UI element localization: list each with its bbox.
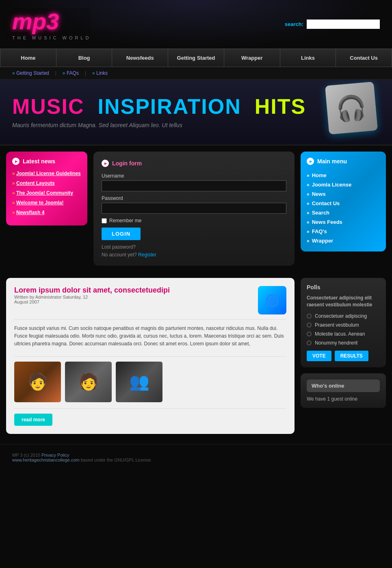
- password-input[interactable]: [102, 203, 286, 214]
- news-link-3[interactable]: The Joomla! Community: [16, 190, 73, 196]
- person-silhouette-2: 🧑: [65, 362, 112, 402]
- menu-item-news[interactable]: News: [307, 189, 380, 199]
- menu-item-home[interactable]: Home: [307, 171, 380, 180]
- article-divider-top: [14, 319, 286, 320]
- latest-news-title: Latest news: [12, 158, 81, 165]
- no-account-label: No account yet?: [102, 252, 137, 258]
- nav-item-newsfeeds[interactable]: Newsfeeds: [112, 49, 168, 67]
- banner-title-music: MUSIC: [12, 95, 84, 118]
- menu-item-contact-us[interactable]: Contact Us: [307, 199, 380, 208]
- article-header: Lorem ipsum dolor sit amet, consectetued…: [14, 286, 286, 314]
- breadcrumb-inner: Getting Started | FAQs | Links: [12, 70, 380, 76]
- whos-online-title: Who's online: [307, 379, 380, 392]
- remember-row: Remember me: [102, 218, 286, 223]
- poll-option-4: Nonummy hendrerit: [307, 340, 380, 346]
- header: mp3 THE MUSIC WORLD search:: [0, 0, 392, 49]
- username-label: Username: [102, 173, 286, 179]
- main-menu-label: Main menu: [317, 158, 347, 165]
- nav-item-links[interactable]: Links: [280, 49, 336, 67]
- nav-item-blog[interactable]: Blog: [56, 49, 113, 67]
- left-column: Latest news Joomla! License Guidelines C…: [6, 152, 87, 232]
- breadcrumb-sep-1: |: [55, 70, 56, 76]
- nav-link-wrapper[interactable]: Wrapper: [224, 49, 280, 67]
- footer-privacy-link[interactable]: Privacy Policy: [41, 453, 69, 457]
- headphones-icon: 🎧: [325, 82, 378, 134]
- whos-online-panel: Who's online We have 1 guest online: [301, 373, 386, 408]
- nav-link-home[interactable]: Home: [0, 49, 56, 67]
- username-input[interactable]: [102, 180, 286, 191]
- breadcrumb-item-getting-started[interactable]: Getting Started: [12, 70, 49, 76]
- register-link[interactable]: Register: [138, 252, 156, 258]
- menu-item-wrapper[interactable]: Wrapper: [307, 236, 380, 245]
- news-link-2[interactable]: Content Layouts: [16, 180, 55, 186]
- poll-radio-1[interactable]: [307, 314, 312, 319]
- poll-option-3: Molestie lacus. Aenean: [307, 331, 380, 337]
- poll-option-label-3: Molestie lacus. Aenean: [315, 331, 365, 337]
- menu-item-search[interactable]: Search: [307, 208, 380, 217]
- news-link-4[interactable]: Welcome to Joomla!: [16, 200, 63, 206]
- footer-copyright: MP 3 (c) 2010 Privacy Policy: [12, 453, 380, 457]
- whos-online-text: We have 1 guest online: [307, 396, 380, 402]
- menu-item-joomla-license[interactable]: Joomla License: [307, 180, 380, 189]
- nav-link-blog[interactable]: Blog: [56, 49, 112, 67]
- right-sidebar: Polls Consectetuer adipiscing elit raese…: [301, 278, 386, 414]
- remember-checkbox[interactable]: [102, 218, 107, 223]
- nav-item-home[interactable]: Home: [0, 49, 56, 67]
- nav-item-wrapper[interactable]: Wrapper: [224, 49, 280, 67]
- poll-option-1: Consectetuer adipiscing: [307, 313, 380, 319]
- three-col: Latest news Joomla! License Guidelines C…: [0, 145, 392, 278]
- menu-item-faqs[interactable]: FAQ's: [307, 227, 380, 236]
- read-more-button[interactable]: read more: [14, 414, 52, 426]
- article-divider-bottom: [14, 408, 286, 409]
- news-item-5: Newsflash 4: [12, 210, 81, 215]
- logo: mp3 THE MUSIC WORLD: [12, 8, 91, 40]
- article-polls-row: Lorem ipsum dolor sit amet, consectetued…: [0, 278, 392, 440]
- search-input[interactable]: [307, 20, 380, 29]
- breadcrumb-item-links[interactable]: Links: [92, 70, 108, 76]
- results-button[interactable]: RESULTS: [335, 351, 368, 361]
- latest-news-label: Latest news: [23, 158, 55, 165]
- breadcrumb-sep-2: |: [85, 70, 86, 76]
- poll-radio-3[interactable]: [307, 332, 312, 336]
- login-title-label: Login form: [112, 160, 142, 167]
- footer-joomla-url[interactable]: www.heritagechristiancollege.com: [12, 457, 80, 462]
- right-column: Main menu Home Joomla License News Conta…: [301, 152, 386, 258]
- nav-link-newsfeeds[interactable]: Newsfeeds: [112, 49, 168, 67]
- article-decorative-image: 🌀: [258, 286, 286, 314]
- nav-link-getting-started[interactable]: Getting Started: [168, 49, 224, 67]
- poll-radio-2[interactable]: [307, 323, 312, 327]
- login-button[interactable]: LOGIN: [102, 228, 141, 240]
- poll-option-label-2: Praesent vestibulum: [315, 322, 359, 328]
- news-link-1[interactable]: Joomla! License Guidelines: [16, 171, 81, 176]
- nav-link-contact[interactable]: Contact Us: [336, 49, 392, 67]
- article-title-link[interactable]: Lorem ipsum dolor sit amet, consectetued…: [14, 286, 170, 294]
- banner-subtitle: Mauris fermentum dictum Magna. Sed laore…: [12, 122, 380, 128]
- polls-question: Consectetuer adipiscing elit raesent ves…: [307, 295, 380, 308]
- menu-item-news-feeds[interactable]: News Feeds: [307, 217, 380, 227]
- news-link-5[interactable]: Newsflash 4: [16, 210, 44, 215]
- login-panel: Login form Username Password Remember me…: [93, 152, 295, 266]
- footer-joomla-text: based under the GNU/GPL License: [81, 457, 151, 462]
- poll-radio-4[interactable]: [307, 340, 312, 345]
- breadcrumb: Getting Started | FAQs | Links: [0, 67, 392, 80]
- banner-image: 🎧: [327, 84, 380, 137]
- news-item-4: Welcome to Joomla!: [12, 200, 81, 206]
- footer-joomla: www.heritagechristiancollege.com based u…: [12, 457, 380, 462]
- article-divider-mid: [14, 356, 286, 357]
- center-column: Login form Username Password Remember me…: [93, 152, 295, 272]
- footer-copyright-text: MP 3 (c) 2010: [12, 453, 40, 457]
- latest-news-panel: Latest news Joomla! License Guidelines C…: [6, 152, 87, 225]
- news-item-1: Joomla! License Guidelines: [12, 171, 81, 176]
- lost-password-link[interactable]: Lost password?: [102, 244, 286, 250]
- nav-link-links[interactable]: Links: [280, 49, 336, 67]
- nav-item-getting-started[interactable]: Getting Started: [168, 49, 224, 67]
- article-image-1: 🧑: [14, 362, 61, 402]
- nav-item-contact[interactable]: Contact Us: [336, 49, 392, 67]
- banner-title-inspiration: INSPIRATION: [97, 95, 241, 118]
- footer: MP 3 (c) 2010 Privacy Policy www.heritag…: [0, 444, 392, 470]
- logo-text: mp3: [12, 8, 91, 35]
- breadcrumb-item-faqs[interactable]: FAQs: [63, 70, 79, 76]
- person-silhouette-3: 👥: [116, 362, 162, 402]
- vote-button[interactable]: VOTE: [307, 351, 331, 361]
- news-item-3: The Joomla! Community: [12, 190, 81, 196]
